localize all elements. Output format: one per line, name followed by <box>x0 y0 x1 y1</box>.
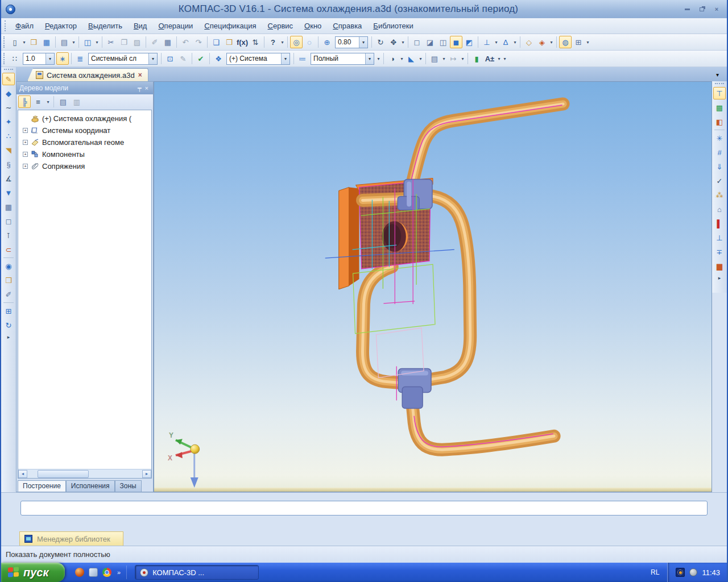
toolbar-grip[interactable] <box>3 53 6 64</box>
tree-display-options-button[interactable]: ≡ <box>32 95 44 108</box>
menu-help[interactable]: Справка <box>328 20 367 32</box>
paste-button[interactable]: ▨ <box>131 36 143 48</box>
restore-button[interactable] <box>696 5 708 14</box>
specification-button[interactable]: ▤ <box>428 52 441 65</box>
shaded-edges-button[interactable]: ◩ <box>463 36 475 48</box>
tree-item-mates[interactable]: + Сопряжения <box>19 160 150 172</box>
browser-icon[interactable] <box>102 568 111 577</box>
auto-dimension-button[interactable]: A± <box>483 52 496 65</box>
display-filter-button[interactable]: ≔ <box>296 52 309 65</box>
library-manager-tab[interactable]: Менеджер библиотек <box>19 531 123 546</box>
plane-view-button[interactable]: ⌂ <box>713 203 726 215</box>
view-orientation-button[interactable]: ◧ <box>713 115 726 128</box>
sketch-edit-button[interactable]: ✎ <box>177 52 189 65</box>
model-structure-button[interactable]: ⊞ <box>572 36 585 48</box>
edit-model-button[interactable]: ✎ <box>2 73 15 85</box>
chevron-down-icon[interactable]: ▾ <box>359 37 367 48</box>
library-catalog-button[interactable]: ❒ <box>223 36 235 48</box>
tab-close-icon[interactable]: × <box>138 71 142 79</box>
print-dropdown[interactable]: ▾ <box>71 40 76 45</box>
keyboard-layout-indicator[interactable]: RL <box>643 568 667 576</box>
rebuild-model-button[interactable]: ⊤ <box>713 87 726 99</box>
undo-button[interactable]: ↶ <box>179 36 192 48</box>
tree-item-components[interactable]: + Компоненты <box>19 148 150 160</box>
specification-panel-button[interactable]: ▦ <box>2 201 15 213</box>
quick-launch-chevron[interactable]: » <box>117 569 121 576</box>
area-dropdown[interactable]: ▾ <box>549 40 554 45</box>
zoom-scale-combo[interactable]: 0.80 ▾ <box>335 36 368 48</box>
dimension-dropdown[interactable]: ▾ <box>497 56 502 61</box>
materials-button[interactable]: ▆ <box>713 260 726 272</box>
preview-dropdown[interactable]: ▾ <box>94 40 100 45</box>
shaded-button[interactable]: ◼ <box>450 36 462 48</box>
component-button[interactable]: ◆ <box>2 87 15 99</box>
new-document-button[interactable]: ▯ <box>9 36 21 48</box>
arrays-button[interactable]: ∴ <box>2 130 15 142</box>
component-position-button[interactable]: ∆ <box>499 36 512 48</box>
specification-editor-button[interactable]: ▦ <box>162 36 174 48</box>
minimize-button[interactable] <box>681 5 693 14</box>
additional-tree-window-button[interactable]: ▥ <box>71 95 83 108</box>
volume-tray-icon[interactable] <box>689 568 697 576</box>
save-document-button[interactable]: ▦ <box>40 36 53 48</box>
tab-versions[interactable]: Исполнения <box>66 480 115 492</box>
hidden-lines-thin-button[interactable]: ◫ <box>437 36 449 48</box>
section-surface-button[interactable]: ◇ <box>523 36 535 48</box>
layers-button[interactable]: ≣ <box>74 52 86 65</box>
current-system-combo[interactable]: (+) Система ▾ <box>226 53 290 65</box>
shading-mode-button[interactable]: ◑ <box>386 52 399 65</box>
degrees-of-freedom-button[interactable]: ⊥ <box>481 36 493 48</box>
shading-dropdown[interactable]: ▾ <box>399 56 404 61</box>
wireframe-button[interactable]: ◻ <box>411 36 423 48</box>
display-quality-button[interactable]: ▩ <box>713 101 726 114</box>
toolbar-options-chevron[interactable]: ▾ <box>376 56 381 61</box>
loads-button[interactable]: ∓ <box>713 246 726 258</box>
3d-viewport[interactable]: Y X Z <box>154 81 712 492</box>
insert-from-file-button[interactable]: ❒ <box>2 274 15 286</box>
document-tab[interactable]: Система охлаждения.a3d × <box>27 68 148 81</box>
toolbar-grip[interactable] <box>715 83 724 85</box>
menu-operations[interactable]: Операции <box>153 20 198 32</box>
print-button[interactable]: ▤ <box>58 36 71 48</box>
rotate-component-button[interactable]: ↻ <box>2 319 15 331</box>
variables-button[interactable]: ⇅ <box>249 36 262 48</box>
auxiliary-geometry-button[interactable]: ◥ <box>2 144 15 156</box>
check-part-button[interactable]: ⊺ <box>2 229 15 242</box>
new-document-dropdown[interactable]: ▾ <box>22 40 27 45</box>
tree-horizontal-scrollbar[interactable]: ◂ ▸ <box>18 469 151 478</box>
tree-item-root[interactable]: (+) Система охлаждения ( <box>19 113 150 124</box>
dof-dropdown[interactable]: ▾ <box>494 40 499 45</box>
copy-button[interactable]: ❐ <box>118 36 130 48</box>
specification-dropdown[interactable]: ▾ <box>441 56 446 61</box>
expand-icon[interactable]: + <box>23 128 28 133</box>
move-component-button[interactable]: ⊞ <box>2 305 15 317</box>
supports-button[interactable]: ⊥ <box>713 231 726 244</box>
context-help-button[interactable]: ? <box>267 36 279 48</box>
taskbar-window-button[interactable]: КОМПАС-3D ... <box>135 565 259 580</box>
toolbar-options-chevron[interactable]: ▾ <box>280 40 285 45</box>
menu-libraries[interactable]: Библиотеки <box>368 20 418 32</box>
toolbar-grip[interactable] <box>4 69 13 71</box>
tab-construction[interactable]: Построение <box>18 480 66 492</box>
panel-expand-button[interactable]: ▸ <box>718 275 721 281</box>
expand-icon[interactable]: + <box>23 164 28 169</box>
media-player-icon[interactable] <box>75 568 84 577</box>
verify-geometry-button[interactable]: ✓ <box>713 174 726 187</box>
toolbar-options-chevron[interactable]: ▾ <box>502 56 507 61</box>
tab-list-dropdown[interactable]: ▾ <box>716 72 719 78</box>
new-photo-button[interactable]: ◉ <box>2 260 15 272</box>
zoom-frame-button[interactable]: ◎ <box>290 36 303 48</box>
chevron-down-icon[interactable]: ▾ <box>281 53 289 64</box>
open-document-button[interactable]: ❒ <box>27 36 40 48</box>
print-preview-button[interactable]: ◫ <box>81 36 94 48</box>
scrollbar-thumb[interactable] <box>38 470 89 478</box>
message-field[interactable] <box>20 501 708 516</box>
report-button[interactable]: ◻ <box>2 215 15 227</box>
start-button[interactable]: пуск <box>1 563 65 582</box>
layer-combo[interactable]: Системный сл ▾ <box>88 53 158 65</box>
chevron-down-icon[interactable]: ▾ <box>148 53 157 64</box>
tree-item-coordinate-systems[interactable]: + Системы координат <box>19 124 150 136</box>
scrollbar-track[interactable] <box>27 470 142 478</box>
show-desktop-icon[interactable] <box>89 568 98 577</box>
expand-icon[interactable]: + <box>23 140 28 145</box>
